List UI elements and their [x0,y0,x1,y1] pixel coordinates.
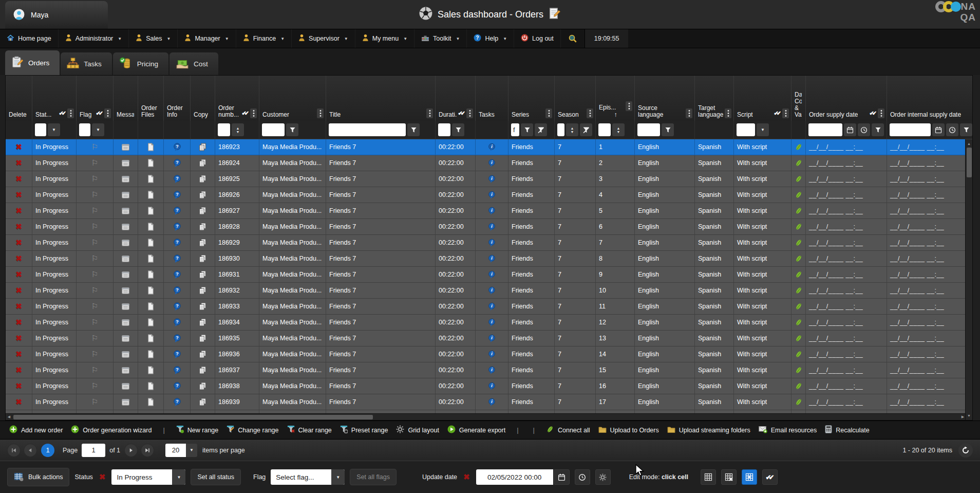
filter-funnel-icon[interactable] [407,123,420,136]
tasks-info-icon[interactable]: i [476,139,508,155]
message-icon[interactable] [114,346,138,362]
column-menu-icon[interactable] [426,108,433,118]
apply-all-check-button[interactable]: ✔✔ [762,469,778,485]
clear-filter-icon[interactable] [580,123,592,136]
filter-input-season[interactable] [557,123,564,136]
order-files-icon[interactable] [138,378,164,394]
delete-icon[interactable]: ✖ [6,187,32,203]
column-header-episode[interactable]: Epis...↑ [596,76,635,121]
delete-icon[interactable]: ✖ [6,203,32,218]
column-header-flag[interactable]: Flag✔✔ [77,76,114,121]
tasks-info-icon[interactable]: i [476,378,508,394]
tasks-info-icon[interactable]: i [476,394,508,410]
filter-spinner-icon[interactable]: ▲▼ [566,123,578,136]
toolbar-new-range[interactable]: New range [174,425,220,435]
tab-orders[interactable]: Orders [5,50,60,75]
tasks-info-icon[interactable]: i [476,315,508,330]
scroll-up-icon[interactable]: ▲ [966,140,972,147]
order-files-icon[interactable] [138,187,164,203]
update-date-input[interactable] [476,469,553,485]
tab-pricing[interactable]: Pricing [113,52,168,75]
flag-icon[interactable]: ⚐ [77,394,114,410]
copy-icon[interactable] [191,171,215,187]
date-confirmed-leaf-icon[interactable] [791,394,806,410]
column-header-date_confirmed[interactable]: Date Con & Valid [791,76,806,121]
tasks-info-icon[interactable]: i [476,331,508,346]
date-confirmed-leaf-icon[interactable] [791,203,806,218]
tasks-info-icon[interactable]: i [476,346,508,362]
table-row[interactable]: ✖In Progress⚐?186925Maya Media Produ...F… [6,171,972,187]
delete-icon[interactable]: ✖ [6,171,32,187]
menu-item-help[interactable]: ?Help▼ [467,29,514,48]
delete-icon[interactable]: ✖ [6,235,32,250]
filter-funnel-icon[interactable] [872,123,884,136]
order-info-icon[interactable]: ? [164,251,191,266]
menu-item-manager[interactable]: Manager▼ [178,29,236,48]
message-icon[interactable] [114,187,138,203]
tasks-info-icon[interactable]: i [476,251,508,266]
column-header-message[interactable]: Message [114,76,138,121]
previous-page-button[interactable] [24,444,37,457]
table-row[interactable]: ✖In Progress⚐?186927Maya Media Produ...F… [6,203,972,219]
flag-icon[interactable]: ⚐ [77,378,114,394]
column-menu-icon[interactable] [626,101,632,111]
date-confirmed-leaf-icon[interactable] [791,315,806,330]
vertical-scrollbar[interactable]: ▲ ▼ [965,139,972,420]
delete-icon[interactable]: ✖ [6,315,32,330]
flag-icon[interactable]: ⚐ [77,331,114,346]
toolbar-upload-streaming-folders[interactable]: Upload streaming folders [665,426,752,435]
order-files-icon[interactable] [138,283,164,298]
column-header-source_language[interactable]: Source language [635,76,695,121]
flag-icon[interactable]: ⚐ [77,171,114,187]
tasks-info-icon[interactable]: i [476,235,508,250]
column-menu-icon[interactable] [104,108,111,118]
filter-input-order_internal_supply_date[interactable] [890,123,931,136]
clear-update-date-icon[interactable]: ✖ [463,472,470,482]
message-icon[interactable] [114,283,138,298]
date-confirmed-leaf-icon[interactable] [791,251,806,266]
delete-icon[interactable]: ✖ [6,362,32,378]
date-confirmed-leaf-icon[interactable] [791,283,806,298]
order-info-icon[interactable]: ? [164,187,191,203]
column-header-series[interactable]: Series [508,76,555,121]
first-page-button[interactable] [7,444,21,457]
flag-icon[interactable]: ⚐ [77,346,114,362]
toolbar-grid-layout[interactable]: Grid layout [394,425,441,435]
copy-icon[interactable] [191,378,215,394]
vertical-scroll-thumb[interactable] [967,148,972,177]
order-files-icon[interactable] [138,219,164,234]
copy-icon[interactable] [191,331,215,346]
tasks-info-icon[interactable]: i [476,155,508,171]
flag-icon[interactable]: ⚐ [77,283,114,298]
select-all-check-icon[interactable]: ✔✔ [458,110,465,117]
filter-calendar-icon[interactable] [932,123,945,136]
tasks-info-icon[interactable]: i [476,219,508,234]
order-files-icon[interactable] [138,267,164,282]
filter-funnel-icon[interactable] [521,123,533,136]
edit-mode-row-button[interactable] [721,469,737,485]
date-confirmed-leaf-icon[interactable] [791,187,806,203]
delete-icon[interactable]: ✖ [6,346,32,362]
table-row[interactable]: ✖In Progress⚐?186939Maya Media Produ...F… [6,394,972,410]
copy-icon[interactable] [191,362,215,378]
column-header-title[interactable]: Title [326,76,436,121]
order-info-icon[interactable]: ? [164,267,191,282]
filter-spinner-icon[interactable]: ▲▼ [612,123,625,136]
last-page-button[interactable] [141,444,154,457]
filter-input-source_language[interactable] [637,123,660,136]
toolbar-generate-export[interactable]: Generate export [445,425,507,435]
delete-icon[interactable]: ✖ [6,299,32,314]
user-tab[interactable]: Maya [5,1,108,29]
table-row[interactable]: ✖In Progress⚐?186930Maya Media Produ...F… [6,251,972,267]
clock-button[interactable] [575,469,590,485]
edit-mode-grid-button[interactable] [701,469,716,485]
order-info-icon[interactable]: ? [164,283,191,298]
delete-icon[interactable]: ✖ [6,219,32,234]
tab-cost[interactable]: Cost [169,52,218,75]
filter-input-series[interactable] [511,123,519,136]
flag-icon[interactable]: ⚐ [77,187,114,203]
toolbar-email-resources[interactable]: Email resources [757,426,819,435]
toolbar-upload-to-orders[interactable]: Upload to Orders [596,426,661,435]
filter-funnel-icon[interactable] [960,123,972,136]
column-header-script[interactable]: Script✔✔ [734,76,791,121]
